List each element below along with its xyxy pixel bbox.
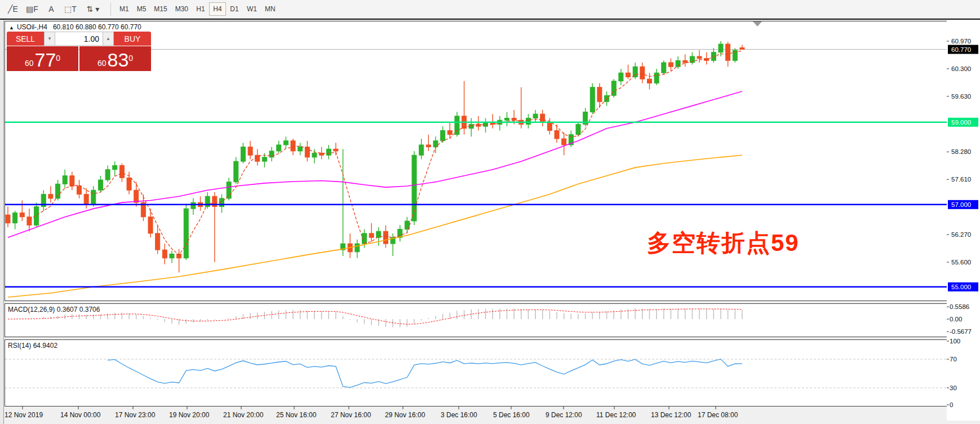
rsi-indicator-label: RSI(14) 64.9402 bbox=[8, 342, 57, 350]
chart-window-top-border bbox=[0, 19, 980, 20]
macd-indicator-label: MACD(12,26,9) 0.3607 0.3706 bbox=[8, 306, 100, 313]
chart-window-left-edge bbox=[0, 20, 4, 424]
buy-price-main: 83 bbox=[107, 50, 128, 69]
volume-decrease-button[interactable]: ▼ bbox=[44, 32, 55, 46]
date-axis-label: 12 Nov 2019 bbox=[5, 411, 43, 419]
sell-price-prefix: 60 bbox=[25, 57, 34, 69]
timeframe-h1-button[interactable]: H1 bbox=[192, 2, 209, 16]
date-axis-label: 14 Nov 00:00 bbox=[60, 411, 101, 419]
chart-symbol-header: ▲USOil-,H460.810 60.880 60.770 60.770 bbox=[9, 23, 141, 31]
rsi-panel[interactable] bbox=[5, 339, 947, 407]
cursor-mode-icon[interactable]: ⇅ ▾ bbox=[81, 2, 105, 16]
buy-price-prefix: 60 bbox=[97, 57, 107, 69]
sell-price-display[interactable]: 60770 bbox=[7, 46, 78, 71]
one-click-trading-widget: SELL ▼ ▲ BUY 60770 60830 bbox=[7, 32, 151, 71]
date-axis-label: 17 Nov 23:00 bbox=[115, 411, 156, 419]
text-box-icon[interactable]: ⬚T bbox=[62, 2, 79, 16]
date-axis-label: 3 Dec 16:00 bbox=[441, 411, 477, 419]
date-axis-label: 11 Dec 12:00 bbox=[596, 411, 636, 419]
timeframe-m30-button[interactable]: M30 bbox=[171, 2, 192, 16]
timeframe-d1-button[interactable]: D1 bbox=[226, 2, 243, 16]
sell-button[interactable]: SELL bbox=[7, 32, 44, 46]
sell-price-pip: 0 bbox=[56, 47, 60, 69]
price-axis-strip bbox=[947, 20, 980, 421]
text-label-icon[interactable]: A bbox=[43, 2, 60, 16]
sell-price-main: 77 bbox=[34, 50, 56, 69]
chart-shift-marker-icon[interactable] bbox=[753, 21, 762, 26]
buy-price-display[interactable]: 60830 bbox=[79, 46, 151, 71]
chart-annotation-text: 多空转折点59 bbox=[647, 227, 800, 259]
date-axis-label: 21 Nov 20:00 bbox=[223, 411, 264, 419]
timeframe-h4-button[interactable]: H4 bbox=[209, 2, 226, 16]
toolbar-separator bbox=[110, 2, 111, 16]
volume-input[interactable] bbox=[55, 32, 103, 46]
date-axis-label: 9 Dec 12:00 bbox=[546, 411, 582, 419]
macd-panel[interactable] bbox=[5, 303, 947, 337]
timeframe-m1-button[interactable]: M1 bbox=[116, 2, 133, 16]
date-axis-label: 29 Nov 16:00 bbox=[385, 411, 425, 419]
timeframe-m5-button[interactable]: M5 bbox=[133, 2, 150, 16]
buy-button[interactable]: BUY bbox=[114, 32, 151, 46]
date-axis-label: 13 Dec 12:00 bbox=[651, 411, 691, 419]
timeframe-w1-button[interactable]: W1 bbox=[243, 2, 261, 16]
date-axis-label: 25 Nov 16:00 bbox=[276, 411, 317, 419]
date-axis-label: 19 Nov 20:00 bbox=[169, 411, 210, 419]
timeframe-m15-button[interactable]: M15 bbox=[150, 2, 171, 16]
indicator-list-icon[interactable]: ▤F bbox=[24, 2, 41, 16]
date-axis-label: 27 Nov 16:00 bbox=[331, 411, 371, 419]
timeframe-mn-button[interactable]: MN bbox=[261, 2, 280, 16]
crosshair-tool-icon[interactable]: ╱E bbox=[5, 2, 21, 16]
ohlc-readout: 60.810 60.880 60.770 60.770 bbox=[53, 23, 141, 31]
volume-increase-button[interactable]: ▲ bbox=[103, 32, 114, 46]
collapse-triangle-icon[interactable]: ▲ bbox=[9, 25, 14, 30]
top-toolbar: ╱E ▤F A ⬚T ⇅ ▾ M1 M5 M15 M30 H1 H4 D1 W1… bbox=[0, 0, 980, 19]
symbol-name: USOil-,H4 bbox=[17, 23, 47, 31]
date-axis-label: 17 Dec 08:00 bbox=[698, 411, 738, 419]
buy-price-pip: 0 bbox=[128, 47, 133, 69]
date-axis-label: 5 Dec 16:00 bbox=[493, 411, 530, 419]
